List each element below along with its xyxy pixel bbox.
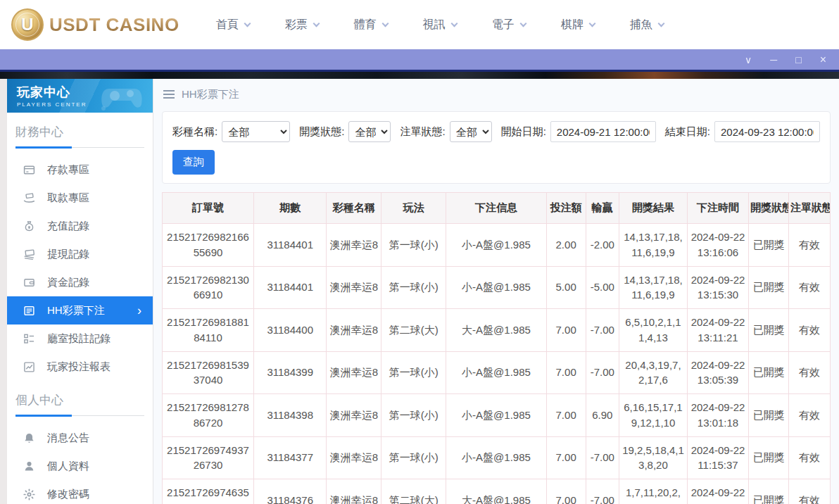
nav-item-6[interactable]: 棋牌 — [561, 18, 595, 32]
start-date-label: 開始日期: — [501, 125, 546, 139]
sidebar-item-lottery-ticket[interactable]: HH彩票下注› — [7, 296, 153, 325]
sidebar-item-label: 個人資料 — [47, 460, 89, 473]
brand-logo[interactable]: U USDT CASINO — [11, 8, 179, 41]
column-header: 開獎結果 — [619, 193, 688, 224]
draw-status-select[interactable]: 全部 — [348, 121, 391, 142]
table-cell: 7.00 — [546, 394, 586, 437]
content-area: 玩家中心 PLAYERS CENTER 財務中心存款專區取款專區充值記錄提現記錄… — [0, 79, 839, 504]
table-cell: 已開獎 — [749, 351, 789, 394]
table-cell: 大-A盤@1.985 — [446, 479, 546, 504]
breadcrumb: HH彩票下注 — [153, 79, 839, 110]
nav-item-label: 首頁 — [216, 18, 239, 32]
sidebar-item-withdraw-hand[interactable]: 取款專區 — [7, 184, 153, 212]
menu-toggle-icon[interactable] — [163, 90, 175, 99]
table-cell: 澳洲幸运8 — [327, 224, 381, 267]
user-icon — [23, 460, 35, 472]
sidebar-item-checklist[interactable]: 廳室投註記錄 — [7, 325, 153, 353]
table-cell: 澳洲幸运8 — [327, 309, 381, 352]
table-cell: 第二球(大) — [381, 309, 446, 352]
table-cell: 澳洲幸运8 — [327, 394, 381, 437]
sidebar-item-label: HH彩票下注 — [47, 304, 105, 317]
lottery-type-select[interactable]: 全部 — [222, 121, 290, 142]
wallet-icon — [23, 277, 35, 289]
table-cell: 31184401 — [254, 266, 327, 309]
window-dropdown-icon[interactable]: ∨ — [745, 55, 752, 65]
table-cell: 2152172698188184110 — [163, 309, 254, 352]
table-cell: 2024-09-22 13:15:30 — [687, 266, 748, 309]
table-cell: 6.90 — [586, 394, 619, 437]
main-panel: HH彩票下注 彩種名稱: 全部 開獎狀態: 全部 注單狀態: 全部 開始日期: … — [153, 79, 839, 504]
sidebar-item-wallet[interactable]: 資金記錄 — [7, 268, 153, 296]
column-header: 彩種名稱 — [327, 193, 381, 224]
nav-item-3[interactable]: 體育 — [354, 18, 388, 32]
table-cell: 已開獎 — [749, 479, 789, 504]
table-row[interactable]: 215217269818818411031184400澳洲幸运8第二球(大)大-… — [163, 309, 831, 352]
chevron-down-icon — [657, 20, 664, 27]
nav-item-2[interactable]: 彩票 — [285, 18, 319, 32]
table-cell: 有效 — [789, 394, 831, 437]
table-cell: 1,7,11,20,2,3,19,12 — [619, 479, 688, 504]
nav-item-5[interactable]: 電子 — [492, 18, 526, 32]
table-cell: 已開獎 — [749, 394, 789, 437]
window-close-icon[interactable]: × — [820, 54, 826, 65]
table-header-row: 訂單號期數彩種名稱玩法下注信息投注額輸贏開獎結果下注時間開獎狀態注單狀態 — [163, 193, 831, 224]
table-cell: 2152172698153937040 — [163, 351, 254, 394]
chevron-down-icon — [313, 20, 320, 27]
table-row[interactable]: 215217269812788672031184398澳洲幸运8第一球(小)小-… — [163, 394, 831, 437]
table-cell: 31184376 — [254, 479, 327, 504]
table-row[interactable]: 215217269746351180031184376澳洲幸运8第二球(大)大-… — [163, 479, 831, 504]
table-cell: 14,13,17,18,11,6,19,9 — [619, 224, 688, 267]
gear-icon — [23, 489, 35, 500]
order-status-select[interactable]: 全部 — [450, 121, 492, 142]
table-row[interactable]: 215217269749372673031184377澳洲幸运8第一球(小)小-… — [163, 436, 831, 479]
table-cell: 31184399 — [254, 351, 327, 394]
table-cell: 已開獎 — [749, 309, 789, 352]
table-cell: 2024-09-22 13:16:06 — [687, 224, 748, 267]
start-date-input[interactable] — [550, 121, 656, 142]
table-cell: 31184377 — [254, 436, 327, 479]
sidebar-subtitle: PLAYERS CENTER — [17, 101, 153, 108]
bell-icon — [23, 432, 35, 444]
chevron-down-icon — [519, 20, 526, 27]
table-cell: 31184400 — [254, 309, 327, 352]
sidebar-item-user[interactable]: 個人資料 — [7, 452, 153, 480]
sidebar-item-banknotes[interactable]: 提現記錄 — [7, 240, 153, 268]
table-cell: 5.00 — [546, 266, 586, 309]
nav-item-label: 體育 — [354, 18, 377, 32]
table-cell: 已開獎 — [749, 266, 789, 309]
table-cell: 31184398 — [254, 394, 327, 437]
window-maximize-icon[interactable]: □ — [795, 55, 801, 65]
sidebar-item-bell[interactable]: 消息公告 — [7, 424, 153, 452]
lottery-ticket-icon — [23, 305, 35, 317]
table-cell: 澳洲幸运8 — [327, 266, 381, 309]
sidebar-item-label: 提現記錄 — [47, 248, 89, 261]
sidebar-item-deposit-card[interactable]: 存款專區 — [7, 156, 153, 184]
column-header: 輸贏 — [586, 193, 619, 224]
nav-item-1[interactable]: 首頁 — [216, 18, 250, 32]
sidebar-item-label: 消息公告 — [47, 431, 89, 445]
nav-item-4[interactable]: 視訊 — [423, 18, 457, 32]
table-cell: 有效 — [789, 479, 831, 504]
table-cell: 2152172698213066910 — [163, 266, 254, 309]
table-cell: -5.00 — [586, 266, 619, 309]
sidebar-title: 玩家中心 — [17, 84, 153, 101]
sidebar-item-report-chart[interactable]: 玩家投注報表 — [7, 353, 153, 381]
sidebar-item-money-bag[interactable]: 充值記錄 — [7, 212, 153, 240]
table-cell: 小-A盤@1.985 — [446, 266, 546, 309]
filter-panel: 彩種名稱: 全部 開獎狀態: 全部 注單狀態: 全部 開始日期: 結束日期: 查… — [162, 111, 831, 184]
nav-item-7[interactable]: 捕魚 — [630, 18, 664, 32]
deposit-card-icon — [23, 164, 35, 176]
end-date-input[interactable] — [714, 121, 820, 142]
table-cell: 有效 — [789, 351, 831, 394]
window-minimize-icon[interactable]: ─ — [770, 55, 777, 65]
table-row[interactable]: 215217269815393704031184399澳洲幸运8第一球(小)小-… — [163, 351, 831, 394]
column-header: 下注時間 — [687, 193, 748, 224]
table-row[interactable]: 215217269821306691031184401澳洲幸运8第一球(小)小-… — [163, 266, 831, 309]
bets-table: 訂單號期數彩種名稱玩法下注信息投注額輸贏開獎結果下注時間開獎狀態注單狀態 215… — [162, 192, 831, 504]
sidebar-item-gear[interactable]: 修改密碼 — [7, 480, 153, 504]
nav-item-label: 視訊 — [423, 18, 446, 32]
search-button[interactable]: 查詢 — [172, 150, 215, 175]
table-cell: 第一球(小) — [381, 394, 446, 437]
table-row[interactable]: 215217269821665569031184401澳洲幸运8第一球(小)小-… — [163, 224, 831, 267]
table-cell: 第二球(大) — [381, 479, 446, 504]
